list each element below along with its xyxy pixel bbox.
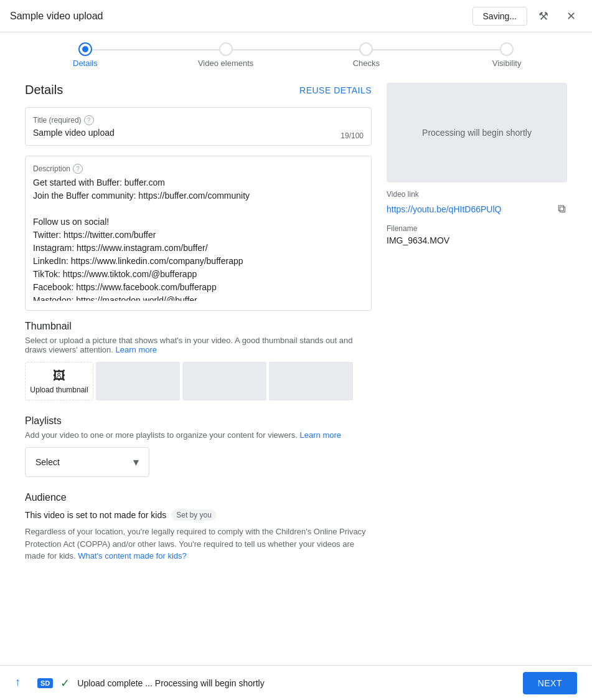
step-circle-details	[78, 42, 92, 56]
step-video-elements[interactable]: Video elements	[156, 42, 296, 68]
saving-button[interactable]: Saving...	[472, 7, 527, 26]
playlists-desc: Add your video to one or more playlists …	[25, 430, 372, 440]
copy-icon: ⧉	[558, 202, 566, 215]
audience-desc: Regardless of your location, you're lega…	[25, 526, 372, 562]
step-checks[interactable]: Checks	[296, 42, 437, 68]
set-by-you-badge: Set by you	[171, 509, 217, 521]
step-visibility[interactable]: Visibility	[436, 42, 577, 68]
section-title: Details	[25, 83, 63, 97]
left-panel: Details REUSE DETAILS Title (required) ?…	[25, 83, 372, 577]
title-char-count: 19/100	[341, 131, 364, 140]
whats-content-for-kids-link[interactable]: What's content made for kids?	[78, 551, 186, 560]
description-label: Description ?	[33, 164, 364, 174]
steps-bar: Details Video elements Checks Visibility	[0, 32, 592, 73]
audience-title: Audience	[25, 492, 372, 503]
upload-thumbnail-icon: 🖼	[53, 369, 65, 383]
processing-text: Processing will begin shortly	[422, 128, 532, 138]
step-circle-video-elements	[219, 42, 233, 56]
thumbnail-learn-more-link[interactable]: Learn more	[116, 345, 157, 354]
main-content: Details REUSE DETAILS Title (required) ?…	[0, 73, 592, 627]
audience-status-row: This video is set to not made for kids S…	[25, 509, 372, 521]
description-field-box: Description ? Get started with Buffer: b…	[25, 156, 372, 311]
description-help-icon[interactable]: ?	[73, 164, 83, 174]
copy-link-button[interactable]: ⧉	[557, 201, 567, 217]
playlists-learn-more-link[interactable]: Learn more	[300, 430, 341, 440]
video-link-section: Video link https://youtu.be/qHItD66PUlQ …	[387, 190, 567, 217]
video-link-row: https://youtu.be/qHItD66PUlQ ⧉	[387, 201, 567, 217]
close-button[interactable]: ✕	[560, 5, 582, 27]
content-row: Details REUSE DETAILS Title (required) ?…	[25, 83, 567, 577]
description-textarea[interactable]: Get started with Buffer: buffer.com Join…	[33, 176, 364, 301]
thumbnail-slot-2[interactable]	[182, 362, 266, 400]
playlists-title: Playlists	[25, 415, 372, 427]
header: Sample video upload Saving... ⚒ ✕	[0, 0, 592, 32]
step-details[interactable]: Details	[15, 42, 156, 68]
dropdown-arrow-icon: ▾	[133, 455, 139, 469]
step-circle-checks	[359, 42, 373, 56]
info-icon: ⚒	[538, 9, 548, 23]
audience-section: Audience This video is set to not made f…	[25, 492, 372, 562]
info-button[interactable]: ⚒	[532, 5, 555, 27]
step-label-checks: Checks	[353, 59, 380, 68]
thumbnail-slot-3[interactable]	[269, 362, 353, 400]
step-label-video-elements: Video elements	[198, 59, 253, 68]
playlists-select[interactable]: Select ▾	[25, 447, 149, 477]
playlists-section: Playlists Add your video to one or more …	[25, 415, 372, 477]
page-title: Sample video upload	[10, 11, 103, 22]
thumbnail-grid: 🖼 Upload thumbnail	[25, 362, 372, 400]
step-circle-visibility	[500, 42, 514, 56]
thumbnail-section: Thumbnail Select or upload a picture tha…	[25, 321, 372, 400]
section-header: Details REUSE DETAILS	[25, 83, 372, 97]
title-help-icon[interactable]: ?	[84, 115, 94, 125]
close-icon: ✕	[566, 9, 576, 23]
title-label: Title (required) ?	[33, 115, 364, 125]
right-panel: Processing will begin shortly Video link…	[387, 83, 567, 577]
title-input[interactable]	[33, 128, 364, 138]
thumbnail-title: Thumbnail	[25, 321, 372, 332]
step-label-details: Details	[73, 59, 98, 68]
upload-thumbnail-button[interactable]: 🖼 Upload thumbnail	[25, 362, 93, 400]
filename-label: Filename	[387, 224, 567, 233]
video-preview: Processing will begin shortly	[387, 83, 567, 182]
thumbnail-desc: Select or upload a picture that shows wh…	[25, 336, 372, 354]
thumbnail-slot-1[interactable]	[96, 362, 180, 400]
reuse-details-button[interactable]: REUSE DETAILS	[299, 85, 372, 95]
audience-status-text: This video is set to not made for kids	[25, 510, 166, 520]
filename-value: IMG_9634.MOV	[387, 235, 567, 245]
title-field-box: Title (required) ? 19/100	[25, 107, 372, 146]
header-actions: Saving... ⚒ ✕	[472, 5, 582, 27]
video-link-url[interactable]: https://youtu.be/qHItD66PUlQ	[387, 204, 501, 214]
step-label-visibility: Visibility	[492, 59, 522, 68]
video-link-label: Video link	[387, 190, 567, 199]
filename-section: Filename IMG_9634.MOV	[387, 224, 567, 245]
